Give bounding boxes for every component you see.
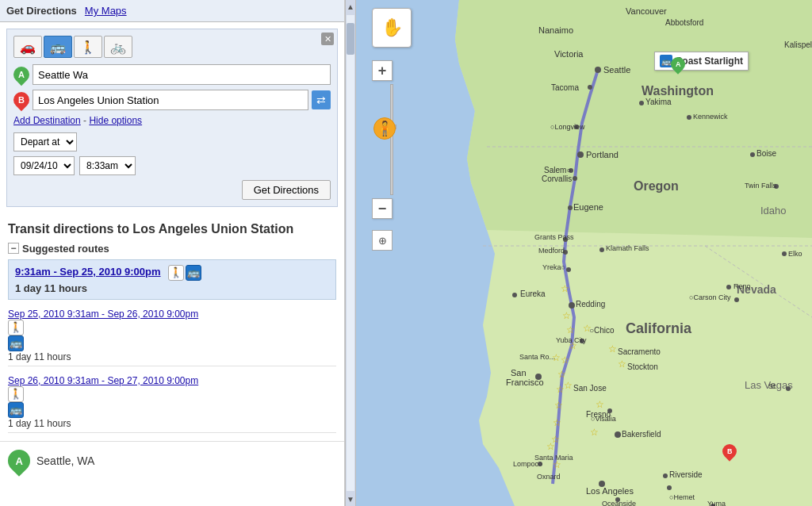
navigation-control[interactable]: ✋ xyxy=(372,8,412,48)
add-destination-link[interactable]: Add Destination xyxy=(13,115,81,126)
scrollbar[interactable]: ▲ ▼ xyxy=(345,0,356,506)
svg-text:○Visalia: ○Visalia xyxy=(591,415,616,423)
my-maps-link[interactable]: My Maps xyxy=(85,5,127,17)
svg-text:Victoria: Victoria xyxy=(554,49,584,59)
svg-point-11 xyxy=(595,67,601,73)
svg-text:Kalispel: Kalispel xyxy=(784,40,812,49)
route-item-1[interactable]: 9:31am - Sep 25, 2010 9:00pm 🚶 🚌 1 day 1… xyxy=(8,259,336,300)
svg-text:☆: ☆ xyxy=(553,459,561,470)
add-hide-row: Add Destination - Hide options xyxy=(13,115,331,126)
zoom-in-button[interactable]: + xyxy=(372,60,393,81)
transit-icon-1: 🚌 xyxy=(186,265,201,281)
svg-text:☆: ☆ xyxy=(561,355,569,366)
svg-point-37 xyxy=(512,293,517,297)
route-1-time[interactable]: 9:31am - Sep 25, 2010 9:00pm xyxy=(15,266,161,278)
svg-text:Bakersfield: Bakersfield xyxy=(622,430,661,439)
swap-button[interactable]: ⇄ xyxy=(312,90,331,109)
svg-text:Stockton: Stockton xyxy=(627,362,658,371)
svg-text:California: California xyxy=(626,320,692,336)
depart-select[interactable]: Depart at xyxy=(13,132,77,151)
left-panel: Get Directions My Maps ✕ 🚗 🚌 🚶 🚲 A B ⇄ xyxy=(0,0,345,506)
svg-text:Eugene: Eugene xyxy=(573,202,603,212)
scroll-down-arrow[interactable]: ▼ xyxy=(347,493,354,506)
svg-text:Eureka: Eureka xyxy=(520,289,546,298)
suggested-routes: − Suggested routes 9:31am - Sep 25, 2010… xyxy=(0,243,344,438)
time-select[interactable]: 8:33am xyxy=(79,156,136,175)
map-pin-b: B xyxy=(722,444,737,458)
location-footer: A Seattle, WA xyxy=(0,441,344,480)
walk-icon-3: 🚶 xyxy=(8,386,24,402)
svg-point-31 xyxy=(687,115,691,120)
svg-text:Idaho: Idaho xyxy=(760,205,787,217)
svg-text:☆: ☆ xyxy=(566,324,575,335)
svg-text:☆: ☆ xyxy=(556,384,565,395)
svg-point-45 xyxy=(782,251,787,256)
tab-bike[interactable]: 🚲 xyxy=(104,36,132,58)
route-3-icons: 🚶 🚌 xyxy=(8,386,336,418)
zoom-slider[interactable] xyxy=(390,84,393,195)
scroll-thumb[interactable] xyxy=(347,23,354,55)
svg-text:Los Angeles: Los Angeles xyxy=(586,486,634,496)
svg-marker-2 xyxy=(455,0,812,238)
svg-text:Salem○: Salem○ xyxy=(544,166,571,174)
route-2-duration: 1 day 11 hours xyxy=(8,351,336,362)
svg-text:Francisco: Francisco xyxy=(506,378,544,387)
get-directions-button[interactable]: Get Directions xyxy=(242,180,331,200)
street-view-control[interactable]: 🧍 xyxy=(373,117,396,140)
svg-point-69 xyxy=(607,408,612,413)
route-item-2: Sep 25, 2010 9:31am - Sep 26, 2010 9:00p… xyxy=(8,305,336,366)
hide-options-link[interactable]: Hide options xyxy=(89,115,142,126)
svg-point-63 xyxy=(734,297,739,302)
directions-header: Get Directions My Maps xyxy=(0,0,344,22)
marker-b: B xyxy=(10,89,33,111)
svg-text:Santa Ro...: Santa Ro... xyxy=(519,353,555,361)
svg-text:○Chico: ○Chico xyxy=(589,326,615,335)
svg-point-82 xyxy=(663,473,668,478)
svg-text:○Carson City: ○Carson City xyxy=(689,293,731,301)
svg-text:☆: ☆ xyxy=(596,399,604,410)
svg-text:☆: ☆ xyxy=(564,380,573,391)
directions-form: ✕ 🚗 🚌 🚶 🚲 A B ⇄ Add Destination - Hid xyxy=(6,29,338,207)
person-icon[interactable]: 🧍 xyxy=(373,117,396,140)
tab-walk[interactable]: 🚶 xyxy=(74,36,102,58)
destination-row: B ⇄ xyxy=(13,90,331,110)
svg-text:Boise: Boise xyxy=(756,149,776,158)
svg-text:Klamath Falls: Klamath Falls xyxy=(606,244,649,252)
svg-text:Oregon: Oregon xyxy=(634,179,679,193)
svg-text:Sacramento: Sacramento xyxy=(618,347,661,356)
svg-text:☆: ☆ xyxy=(561,283,569,294)
svg-text:Seattle: Seattle xyxy=(603,65,630,75)
tab-car[interactable]: 🚗 xyxy=(13,36,42,58)
close-button[interactable]: ✕ xyxy=(321,33,334,45)
pin-a-shape: A xyxy=(668,54,688,74)
svg-text:Redding: Redding xyxy=(576,300,605,309)
route-3-time[interactable]: Sep 26, 2010 9:31am - Sep 27, 2010 9:00p… xyxy=(8,375,198,386)
svg-point-27 xyxy=(599,247,604,252)
route-2-time[interactable]: Sep 25, 2010 9:31am - Sep 26, 2010 9:00p… xyxy=(8,309,198,320)
svg-text:Lompoc○: Lompoc○ xyxy=(513,460,542,468)
coast-starlight-label[interactable]: 🚌 Coast Starlight xyxy=(654,52,749,71)
svg-text:☆: ☆ xyxy=(551,434,560,445)
pin-b-shape: B xyxy=(719,441,739,461)
tab-transit[interactable]: 🚌 xyxy=(44,36,72,58)
zoom-to-fit-button[interactable]: ⊕ xyxy=(372,230,393,251)
transport-tabs: 🚗 🚌 🚶 🚲 xyxy=(13,36,331,58)
svg-point-29 xyxy=(639,101,644,105)
zoom-out-button[interactable]: − xyxy=(372,198,393,219)
svg-text:Yakima: Yakima xyxy=(645,98,672,106)
route-1-icons: 🚶 🚌 xyxy=(168,265,201,281)
map-area[interactable]: Washington Oregon California Nevada Las … xyxy=(356,0,812,506)
svg-text:Riverside: Riverside xyxy=(669,470,703,479)
collapse-routes-icon[interactable]: − xyxy=(8,243,19,254)
svg-text:Oceanside: Oceanside xyxy=(602,500,636,506)
date-select[interactable]: 09/24/10 xyxy=(13,156,75,175)
svg-point-15 xyxy=(577,151,584,158)
svg-text:○Longview: ○Longview xyxy=(550,123,585,131)
origin-input[interactable] xyxy=(33,64,331,85)
svg-text:☆: ☆ xyxy=(608,343,617,355)
suggested-label: − Suggested routes xyxy=(8,243,336,255)
scroll-up-arrow[interactable]: ▲ xyxy=(347,0,354,13)
destination-input[interactable] xyxy=(33,90,308,110)
location-name: Seattle, WA xyxy=(36,454,94,467)
svg-point-84 xyxy=(667,485,672,490)
